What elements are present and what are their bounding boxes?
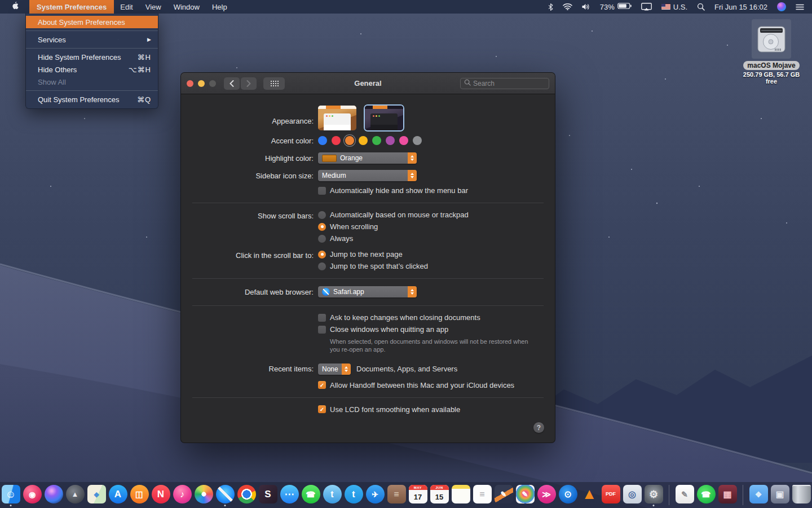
airmail-dock-icon[interactable]: ≫ [537,484,556,506]
preview-dock-icon[interactable]: ◎ [623,484,642,506]
apple-menu[interactable] [0,0,29,14]
menu-item-services[interactable]: Services [26,33,158,46]
fantastical-calendar-dock-icon[interactable]: MAY17 [408,484,427,506]
close-button[interactable] [187,80,193,87]
menu-item-quit-system-preferences[interactable]: Quit System Preferences ⌘Q [26,93,158,106]
menubar-window[interactable]: Window [167,0,206,14]
calendar-dock-icon[interactable]: JUN15 [430,484,449,506]
radio-spot-clicked[interactable] [318,262,326,270]
books-dock-icon[interactable]: ◫ [130,484,149,506]
menu-item-hide-system-preferences[interactable]: Hide System Preferences ⌘H [26,51,158,63]
default-browser-popup[interactable]: Safari.app [318,286,417,297]
photo-editor-dock-icon[interactable]: ✎ [515,484,535,506]
spark-mail-dock-icon[interactable]: ✈ [365,484,385,506]
accent-swatch-green[interactable] [372,136,381,145]
appearance-option-dark[interactable] [365,106,403,130]
scrollbars-option-when-scrolling[interactable]: When scrolling [318,222,469,231]
scrollbars-option-always[interactable]: Always [318,234,469,243]
chrome-dock-icon[interactable] [237,484,256,506]
system-preferences-dock-icon[interactable]: ⚙ [644,484,663,506]
menubar-clock[interactable]: Fri Jun 15 16:02 [714,0,767,14]
scroll-click-option-next-page[interactable]: Jump to the next page [318,250,428,259]
lcd-smoothing-checkbox[interactable] [318,405,326,413]
lcd-smoothing-option[interactable]: Use LCD font smoothing when available [318,405,460,414]
twitterrific-dock-icon[interactable]: t [323,484,342,506]
radio-when-scrolling[interactable] [318,223,326,231]
back-button[interactable] [224,77,240,90]
accent-swatch-gray[interactable] [413,136,422,145]
menubar-edit[interactable]: Edit [114,0,139,14]
reminders-dock-icon[interactable]: ≡ [473,484,492,506]
accent-swatch-purple[interactable] [386,136,395,145]
accent-swatch-red[interactable] [332,136,341,145]
safari-dock-icon[interactable] [215,484,235,506]
recent-items-popup[interactable]: None [318,364,351,375]
accent-swatch-blue[interactable] [318,136,327,145]
window-titlebar[interactable]: General [181,73,555,94]
airplay-display-icon[interactable] [641,0,652,14]
trash-dock-icon[interactable] [792,484,811,506]
menubar-help[interactable]: Help [206,0,233,14]
highlight-color-popup[interactable]: Orange [318,152,417,164]
photos-dock-icon[interactable] [194,484,213,506]
siri-dock-icon[interactable] [44,484,63,506]
notes-dock-icon[interactable] [451,484,470,506]
handoff-checkbox[interactable] [318,381,326,389]
finder-dock-icon[interactable]: ☺ [1,484,20,506]
slack-dock-icon[interactable]: S [258,484,277,506]
radio-auto[interactable] [318,211,326,219]
close-windows-checkbox[interactable] [318,326,326,334]
ask-keep-changes-checkbox[interactable] [318,314,326,322]
maps-dock-icon[interactable]: ◆ [87,484,106,506]
ask-keep-changes-option[interactable]: Ask to keep changes when closing documen… [318,313,480,322]
radio-always[interactable] [318,235,326,243]
accent-swatch-yellow[interactable] [359,136,368,145]
accent-swatch-pink[interactable] [399,136,408,145]
scroll-click-option-spot[interactable]: Jump to the spot that’s clicked [318,262,428,270]
autohide-menubar-option[interactable]: Automatically hide and show the menu bar [318,186,468,195]
facetime-dock-icon[interactable]: ☎ [301,484,320,506]
desktop-disk-icon[interactable]: macOS Mojave 250.79 GB, 56.7 GB free [738,19,805,85]
screenshots-stack-dock-icon[interactable]: ▣ [770,484,789,506]
dropbox-folder-dock-icon[interactable]: ❖ [749,484,768,506]
menubar-view[interactable]: View [139,0,167,14]
handoff-option[interactable]: Allow Handoff between this Mac and your … [318,381,514,389]
photo-booth-dock-icon[interactable]: ▦ [718,484,737,506]
menu-item-about-system-preferences[interactable]: About System Preferences [26,16,158,28]
wifi-icon[interactable] [563,0,572,14]
autohide-checkbox[interactable] [318,187,326,195]
appearance-option-light[interactable] [318,106,356,130]
preferences-search-field[interactable] [460,78,549,89]
itunes-dock-icon[interactable]: ♪ [173,484,192,506]
bluetooth-icon[interactable] [548,0,553,14]
whatsapp-dock-icon[interactable]: ☎ [696,484,716,506]
messages-dock-icon[interactable]: ⋯ [280,484,299,506]
textedit-dock-icon[interactable]: ✎ [675,484,694,506]
show-all-preferences-button[interactable] [263,77,285,90]
help-button[interactable]: ? [533,422,544,433]
sidebar-size-popup[interactable]: Medium [318,170,417,181]
menubar-app-menu[interactable]: System Preferences [29,0,114,14]
app-store-dock-icon[interactable]: A [108,484,127,506]
twitter-dock-icon[interactable]: t [344,484,363,506]
search-input[interactable] [473,80,535,87]
news-dock-icon[interactable]: N [151,484,170,506]
battery-indicator[interactable]: 73% [600,0,632,14]
notification-center-icon[interactable] [796,0,804,14]
contacts-book-dock-icon[interactable]: ≡ [387,484,406,506]
minimize-button[interactable] [198,80,205,87]
pixelmator-dock-icon[interactable]: ✎ [494,484,513,506]
camera-app-dock-icon[interactable]: ◉ [23,484,42,506]
pdf-expert-dock-icon[interactable]: PDF [601,484,620,506]
close-windows-option[interactable]: Close windows when quitting an app [318,325,448,334]
volume-icon[interactable] [582,0,590,14]
scrollbars-option-auto[interactable]: Automatically based on mouse or trackpad [318,211,469,219]
input-source-menu[interactable]: U.S. [661,0,687,14]
accent-swatch-orange[interactable] [345,136,354,145]
launchpad-dock-icon[interactable]: ▲ [65,484,85,506]
spotlight-search-icon[interactable] [697,0,705,14]
menu-item-hide-others[interactable]: Hide Others ⌥⌘H [26,63,158,76]
vlc-dock-icon[interactable]: ▲ [580,484,599,506]
siri-icon[interactable] [777,0,786,14]
radio-next-page[interactable] [318,251,326,259]
